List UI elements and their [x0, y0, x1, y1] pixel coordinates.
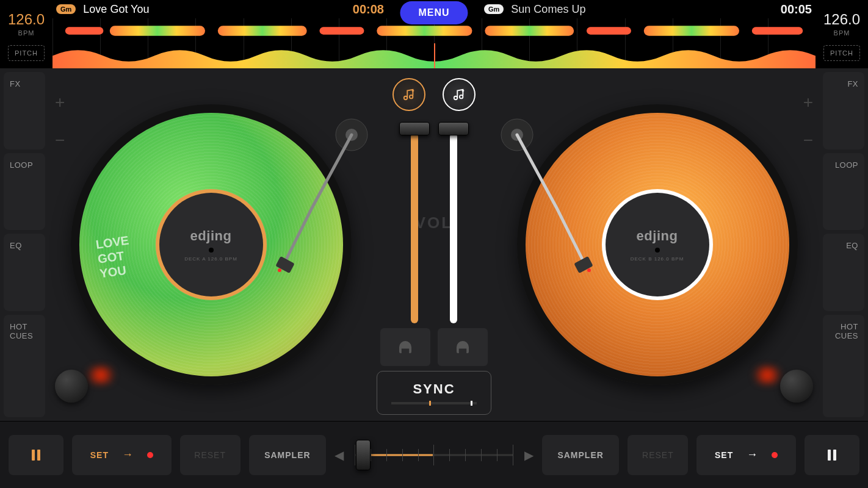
- deck-b-waveform[interactable]: [52, 43, 816, 68]
- deck-a-set-cue-button[interactable]: SET →: [72, 435, 171, 475]
- svg-rect-24: [833, 450, 836, 461]
- svg-point-14: [410, 95, 413, 99]
- deck-b-time: 00:05: [781, 2, 812, 16]
- set-label: SET: [90, 450, 109, 460]
- crossfader-area: ◀ ▶: [335, 440, 533, 470]
- svg-rect-5: [485, 26, 574, 35]
- pause-icon: [29, 447, 43, 463]
- crossfader[interactable]: [355, 440, 513, 470]
- bpm-label: BPM: [834, 29, 850, 37]
- deck-a-play-button[interactable]: [9, 435, 63, 475]
- deck-a-title[interactable]: Love Got You: [83, 3, 149, 16]
- minus-icon[interactable]: −: [803, 131, 813, 150]
- deck-b-sampler-button[interactable]: SAMPLER: [542, 435, 619, 475]
- headphones-icon: [454, 338, 472, 356]
- svg-rect-0: [65, 27, 104, 34]
- transport-bar: SET → RESET SAMPLER ◀ ▶ SAMPLER RESET SE…: [0, 421, 868, 488]
- center-mixer: VOL SYNC: [373, 68, 495, 421]
- plus-icon[interactable]: +: [803, 93, 813, 112]
- deck-a-reset-button[interactable]: RESET: [180, 435, 241, 475]
- svg-rect-22: [37, 450, 40, 461]
- svg-point-16: [460, 95, 463, 99]
- arrow-right-icon: →: [747, 448, 758, 461]
- svg-rect-7: [644, 26, 739, 35]
- deck-a-pitch-bend[interactable]: +−: [55, 93, 65, 150]
- deck-b-start-knob[interactable]: [780, 370, 813, 403]
- track-area: MENU Gm Love Got You 00:08 Gm Sun Comes …: [52, 0, 816, 68]
- deck-b-eq-button[interactable]: EQ: [823, 234, 864, 311]
- deck-a-sampler-button[interactable]: SAMPLER: [249, 435, 326, 475]
- deck-a-cue-headphones[interactable]: [380, 328, 430, 366]
- playhead: [434, 43, 435, 68]
- deck-b-platter[interactable]: edjing DECK B 126.0 BPM: [517, 104, 798, 385]
- deck-b-play-button[interactable]: [805, 435, 859, 475]
- deck-b-label-sub: DECK B 126.0 BPM: [631, 256, 684, 262]
- deck-b-cue-headphones[interactable]: [438, 328, 488, 366]
- svg-point-18: [511, 129, 523, 141]
- deck-b-pitch-button[interactable]: PITCH: [823, 45, 860, 61]
- record-dot-icon: [772, 452, 778, 458]
- deck-b-pitch-bend[interactable]: +−: [803, 93, 813, 150]
- deck-b-load-button[interactable]: [443, 78, 476, 111]
- sync-meter: [391, 402, 477, 404]
- record-dot-icon: [147, 452, 153, 458]
- brand-logo: edjing: [637, 228, 678, 244]
- chevron-left-icon[interactable]: ◀: [335, 448, 344, 462]
- deck-a-load-button[interactable]: [392, 78, 425, 111]
- waveform-area[interactable]: [52, 18, 816, 68]
- sync-label: SYNC: [413, 381, 455, 397]
- deck-b-side-panel: FX LOOP EQ HOT CUES: [819, 68, 868, 421]
- pause-icon: [825, 447, 839, 463]
- svg-rect-3: [320, 27, 364, 34]
- set-label: SET: [715, 450, 733, 460]
- brand-logo: edjing: [190, 228, 232, 244]
- deck-a-loop-button[interactable]: LOOP: [4, 153, 45, 231]
- deck-a-volume-fader[interactable]: [401, 122, 428, 323]
- plus-icon[interactable]: +: [55, 93, 65, 112]
- volume-faders: VOL: [382, 122, 486, 323]
- crossfader-knob[interactable]: [356, 440, 371, 470]
- deck-b-label: edjing DECK B 126.0 BPM: [606, 193, 709, 296]
- deck-a: +− LOVE GOT YOU edjing DECK A 126.0 BPM: [49, 68, 373, 421]
- deck-b-loop-button[interactable]: LOOP: [823, 153, 864, 231]
- svg-rect-8: [752, 27, 803, 34]
- deck-b-bpm-box: 126.0 BPM PITCH: [816, 0, 868, 68]
- svg-point-15: [454, 96, 458, 100]
- deck-b-hotcues-button[interactable]: HOT CUES: [823, 315, 864, 417]
- deck-b-title[interactable]: Sun Comes Up: [511, 3, 585, 16]
- deck-a-pitch-button[interactable]: PITCH: [8, 45, 45, 61]
- minus-icon[interactable]: −: [55, 131, 65, 150]
- deck-b-fx-button[interactable]: FX: [823, 72, 864, 149]
- deck-a-eq-button[interactable]: EQ: [4, 234, 45, 311]
- main-deck-area: FX LOOP EQ HOT CUES +− LOVE GOT YOU edji…: [0, 68, 868, 421]
- deck-a-platter[interactable]: LOVE GOT YOU edjing DECK A 126.0 BPM: [71, 104, 352, 385]
- svg-rect-21: [32, 450, 35, 461]
- headphones-icon: [396, 338, 414, 356]
- deck-a-label-sub: DECK A 126.0 BPM: [184, 256, 237, 262]
- music-plus-icon: [402, 88, 416, 101]
- deck-b-volume-fader[interactable]: [440, 122, 467, 323]
- deck-b-key: Gm: [484, 4, 504, 14]
- chevron-right-icon[interactable]: ▶: [524, 448, 533, 462]
- deck-b: +− edjing DECK B 126.0 BPM: [495, 68, 819, 421]
- deck-a-start-knob[interactable]: [55, 370, 88, 403]
- deck-a-label: edjing DECK A 126.0 BPM: [159, 193, 263, 296]
- deck-a-side-panel: FX LOOP EQ HOT CUES: [0, 68, 49, 421]
- svg-point-13: [404, 96, 408, 100]
- deck-a-bpm-box: 126.0 BPM PITCH: [0, 0, 52, 68]
- deck-b-set-cue-button[interactable]: SET →: [696, 435, 795, 475]
- svg-point-17: [501, 119, 533, 151]
- menu-button[interactable]: MENU: [400, 1, 468, 24]
- deck-a-bpm: 126.0: [8, 11, 45, 28]
- sync-button[interactable]: SYNC: [377, 371, 491, 415]
- top-bar: 126.0 BPM PITCH MENU Gm Love Got You 00:…: [0, 0, 868, 68]
- music-plus-icon: [452, 88, 466, 101]
- svg-rect-23: [828, 450, 831, 461]
- deck-a-fx-button[interactable]: FX: [4, 72, 45, 149]
- deck-b-reset-button[interactable]: RESET: [627, 435, 688, 475]
- svg-point-9: [336, 119, 367, 151]
- deck-a-hotcues-button[interactable]: HOT CUES: [4, 315, 45, 417]
- svg-rect-1: [110, 26, 205, 35]
- deck-b-bpm: 126.0: [823, 11, 860, 28]
- svg-rect-2: [218, 26, 307, 35]
